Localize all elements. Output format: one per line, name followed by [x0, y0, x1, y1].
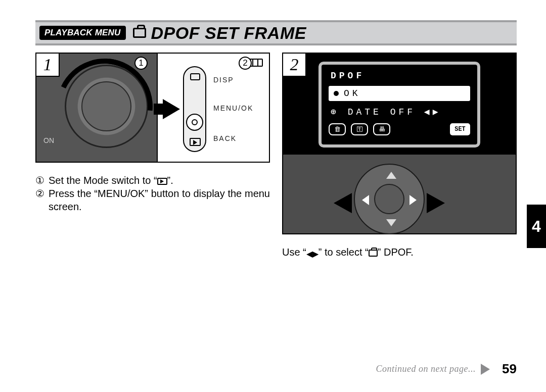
arrow-left-icon — [362, 195, 369, 205]
arrow-right-icon — [410, 195, 417, 205]
instruction-col2-c: ” DPOF. — [378, 247, 414, 258]
instruction-1a: Set the Mode switch to “ — [49, 175, 157, 186]
lcd-selected-ok: OK — [329, 86, 470, 101]
mode-switch-illustration — [183, 66, 206, 152]
arrow-up-icon — [386, 172, 396, 179]
page-title-text: DPOF SET FRAME — [151, 23, 306, 43]
on-label: ON — [43, 136, 54, 144]
bullet-2: ② — [35, 187, 49, 213]
playback-icon — [157, 178, 167, 185]
chapter-tab: 4 — [527, 205, 546, 248]
dpof-icon: 🖶 — [373, 123, 390, 135]
step-badge-1: 1 — [36, 54, 60, 77]
page-footer: Continued on next page... 59 — [376, 361, 517, 377]
pointer-arrow-icon — [163, 99, 180, 119]
trash-icon: 🗑 — [329, 123, 346, 135]
dpof-icon — [133, 28, 146, 38]
lcd-menu-illustration: DPOF OK ⊕ DATE OFF ◀▶ 🗑 ⚿ 🖶 SET — [318, 62, 480, 148]
label-back: BACK — [213, 134, 237, 142]
page-header: PLAYBACK MENU DPOF SET FRAME — [35, 20, 517, 45]
protect-icon: ⚿ — [351, 123, 368, 135]
set-badge: SET — [450, 123, 470, 135]
camera-icon — [190, 73, 200, 80]
lcd-date-line: ⊕ DATE OFF ◀▶ — [331, 106, 470, 117]
callout-1: 1 — [134, 57, 148, 70]
playback-menu-badge: PLAYBACK MENU — [39, 26, 126, 40]
big-arrow-left-icon — [334, 193, 352, 213]
figure-step-2: 2 DPOF OK ⊕ DATE OFF ◀▶ 🗑 ⚿ 🖶 SET — [282, 53, 517, 234]
page-number: 59 — [502, 361, 517, 377]
page-title: DPOF SET FRAME — [126, 23, 306, 43]
instruction-block-2: Use “” to select “” DPOF. — [282, 246, 517, 260]
step-badge-2: 2 — [283, 54, 306, 77]
instruction-2: Press the “MENU/OK” button to display th… — [49, 187, 270, 213]
label-menu-ok: MENU/OK — [213, 104, 253, 112]
lcd-title: DPOF — [331, 71, 470, 81]
left-right-icon — [306, 247, 318, 260]
big-arrow-right-icon — [427, 193, 445, 213]
lcd-icon-row: 🗑 ⚿ 🖶 SET — [329, 123, 470, 135]
instruction-block-1: ① Set the Mode switch to “”. ② Press the… — [35, 174, 270, 213]
instruction-col2-a: Use “ — [282, 247, 306, 258]
figure-step-1: 1 ON DISP MENU/OK — [35, 53, 270, 163]
dpof-icon — [369, 250, 378, 257]
column-left: 1 ON DISP MENU/OK — [35, 53, 270, 260]
column-right: 2 DPOF OK ⊕ DATE OFF ◀▶ 🗑 ⚿ 🖶 SET — [282, 53, 517, 260]
continued-label: Continued on next page... — [376, 364, 476, 374]
playback-icon — [190, 138, 201, 146]
callout-2: 2 — [239, 57, 252, 70]
arrow-down-icon — [386, 219, 396, 226]
label-disp: DISP — [213, 76, 234, 84]
dpad-illustration — [354, 164, 425, 234]
bullet-1: ① — [35, 174, 49, 187]
continued-arrow-icon — [481, 364, 490, 375]
manual-page: PLAYBACK MENU DPOF SET FRAME 1 ON — [0, 0, 546, 392]
switch-knob-icon — [186, 114, 203, 131]
instruction-col2-b: ” to select “ — [318, 247, 369, 258]
instruction-1b: ”. — [167, 175, 173, 186]
